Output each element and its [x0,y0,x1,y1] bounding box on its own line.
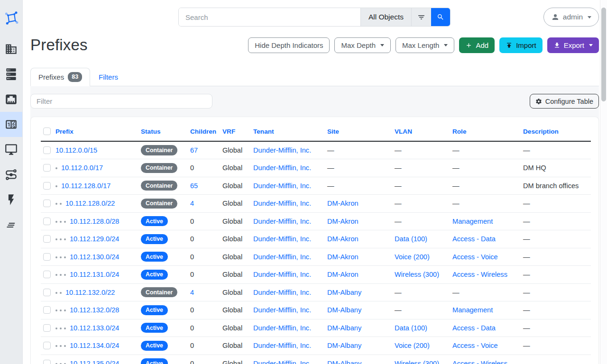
vlan-link[interactable]: Data (100) [395,235,427,243]
row-checkbox[interactable] [43,324,51,332]
tenant-link[interactable]: Dunder-Mifflin, Inc. [253,200,311,207]
row-checkbox[interactable] [43,146,51,154]
column-sort-link[interactable]: Site [327,128,339,135]
prefix-link[interactable]: 10.112.128.0/17 [61,182,110,190]
site-link[interactable]: DM-Albany [327,360,361,364]
tenant-link[interactable]: Dunder-Mifflin, Inc. [253,164,311,172]
quick-filter-input[interactable] [30,94,212,109]
vlan-link[interactable]: Voice (200) [395,253,430,261]
site-link[interactable]: DM-Albany [327,342,361,349]
column-sort-link[interactable]: VRF [222,128,235,135]
vlan-link[interactable]: Wireless (300) [395,360,439,364]
max-length-dropdown[interactable]: Max Length [395,37,454,53]
vlan-link[interactable]: Wireless (300) [395,271,439,278]
row-checkbox[interactable] [43,253,51,261]
sidebar-item-ipam[interactable] [0,112,22,137]
row-checkbox[interactable] [43,289,51,296]
prefix-link[interactable]: 10.112.128.0/28 [70,218,119,225]
tenant-link[interactable]: Dunder-Mifflin, Inc. [253,235,311,243]
column-sort-link[interactable]: Prefix [55,128,74,135]
role-link[interactable]: Access - Voice [452,342,498,349]
role-link[interactable]: Access - Voice [452,253,498,261]
tenant-link[interactable]: Dunder-Mifflin, Inc. [253,218,311,225]
tab-filters[interactable]: Filters [90,68,127,86]
site-link[interactable]: DM-Albany [327,289,361,296]
role-link[interactable]: Access - Wireless [452,360,507,364]
prefix-link[interactable]: 10.112.130.0/24 [70,253,119,261]
sidebar-item-connections[interactable] [0,87,22,112]
tenant-link[interactable]: Dunder-Mifflin, Inc. [253,306,311,314]
import-button[interactable]: Import [499,37,543,53]
export-dropdown[interactable]: Export [547,37,599,53]
netbox-logo-icon[interactable] [4,9,18,27]
row-checkbox[interactable] [43,200,51,207]
prefix-link[interactable]: 10.112.135.0/24 [70,360,119,364]
prefix-link[interactable]: 10.112.133.0/24 [70,324,119,332]
tab-prefixes[interactable]: Prefixes 83 [30,68,90,86]
site-link[interactable]: DM-Albany [327,324,361,332]
search-filter-button[interactable] [411,8,431,26]
role-link[interactable]: Management [452,306,493,314]
site-link[interactable]: DM-Akron [327,271,359,278]
tenant-link[interactable]: Dunder-Mifflin, Inc. [253,182,311,190]
sidebar-item-devices[interactable] [0,62,22,87]
search-scope-button[interactable]: All Objects [360,8,411,26]
prefix-link[interactable]: 10.112.132.0/22 [65,289,115,296]
tenant-link[interactable]: Dunder-Mifflin, Inc. [253,289,311,296]
prefix-link[interactable]: 10.112.129.0/24 [70,235,119,243]
role-link[interactable]: Access - Data [452,235,496,243]
column-sort-link[interactable]: Tenant [253,128,274,135]
site-link[interactable]: DM-Akron [327,253,359,261]
sidebar-item-power[interactable] [0,187,22,212]
role-link[interactable]: Management [452,218,493,225]
role-link[interactable]: Access - Wireless [452,271,507,278]
row-checkbox[interactable] [43,306,51,314]
row-checkbox[interactable] [43,164,51,172]
prefix-link[interactable]: 10.112.128.0/22 [65,200,115,207]
column-sort-link[interactable]: Description [523,128,559,135]
search-submit-button[interactable] [431,8,450,26]
row-checkbox[interactable] [43,235,51,243]
prefix-link[interactable]: 10.112.131.0/24 [70,271,119,278]
sidebar-item-virtualization[interactable] [0,137,22,162]
tenant-link[interactable]: Dunder-Mifflin, Inc. [253,342,311,349]
row-checkbox[interactable] [43,342,51,349]
prefix-link[interactable]: 10.112.132.0/28 [70,306,119,314]
account-menu-button[interactable]: admin [543,8,599,27]
row-checkbox[interactable] [43,182,51,190]
column-sort-link[interactable]: VLAN [395,128,412,135]
column-sort-link[interactable]: Role [452,128,466,135]
global-search-input[interactable] [179,8,360,26]
tenant-link[interactable]: Dunder-Mifflin, Inc. [253,271,311,278]
max-depth-dropdown[interactable]: Max Depth [334,37,391,53]
children-link[interactable]: 67 [190,146,198,154]
column-sort-link[interactable]: Status [141,128,161,135]
column-sort-link[interactable]: Children [190,128,216,135]
sidebar-item-circuits[interactable] [0,162,22,187]
sidebar-item-logs[interactable] [0,212,22,237]
row-checkbox[interactable] [43,218,51,225]
role-link[interactable]: Access - Data [452,324,496,332]
prefix-link[interactable]: 10.112.0.0/15 [55,146,97,154]
scrollbar-thumb[interactable] [601,8,606,101]
hide-depth-indicators-button[interactable]: Hide Depth Indicators [248,37,330,53]
prefix-link[interactable]: 10.112.0.0/17 [61,164,103,172]
row-checkbox[interactable] [43,360,51,364]
tenant-link[interactable]: Dunder-Mifflin, Inc. [253,146,311,154]
vlan-link[interactable]: Voice (200) [395,342,430,349]
tenant-link[interactable]: Dunder-Mifflin, Inc. [253,253,311,261]
site-link[interactable]: DM-Albany [327,306,361,314]
row-checkbox[interactable] [43,271,51,278]
configure-table-button[interactable]: Configure Table [530,94,599,109]
prefix-link[interactable]: 10.112.134.0/24 [70,342,119,349]
select-all-checkbox[interactable] [43,127,51,135]
children-link[interactable]: 65 [190,182,198,190]
add-button[interactable]: Add [459,37,495,53]
site-link[interactable]: DM-Akron [327,235,359,243]
children-link[interactable]: 4 [190,289,194,296]
vertical-scrollbar[interactable] [600,0,607,364]
site-link[interactable]: DM-Akron [327,218,359,225]
tenant-link[interactable]: Dunder-Mifflin, Inc. [253,360,311,364]
site-link[interactable]: DM-Akron [327,200,359,207]
sidebar-item-organization[interactable] [0,36,22,62]
